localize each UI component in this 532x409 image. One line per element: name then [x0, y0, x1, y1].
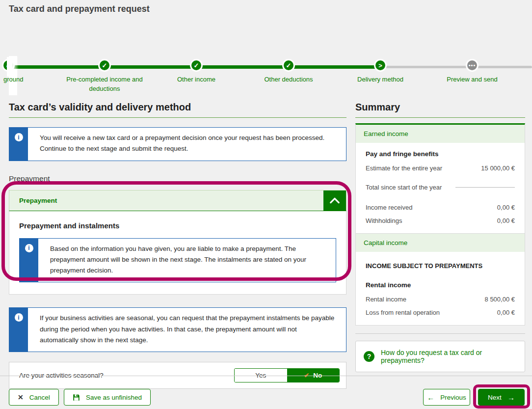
step-label: Other deductions — [239, 75, 338, 84]
summary-sidebar: Summary Earned income Pay and fringe ben… — [355, 102, 525, 372]
collapse-button[interactable] — [323, 191, 346, 211]
step-other-deductions[interactable]: ✓ Other deductions — [239, 54, 338, 84]
arrow-right-icon: → — [507, 394, 515, 401]
total-since-start-row: Total since start of the year — [366, 184, 515, 191]
pay-fringe-title: Pay and fringe benefits — [366, 150, 515, 158]
loss-rental-row: Loss from rental operation 0,00 € — [366, 309, 515, 316]
info-box-seasonal: i If your business activities are season… — [9, 307, 346, 352]
info-box-processing: i You will receive a new tax card or a p… — [9, 127, 346, 161]
prepayment-section-label: Prepayment — [9, 174, 346, 183]
info-icon: i — [15, 313, 23, 322]
step-background[interactable]: ✓ ground — [1, 54, 40, 84]
tax-card-prepayment-page: Tax card and prepayment request ✓ ground… — [0, 0, 532, 409]
info-text: You will receive a new tax card or a pre… — [28, 128, 346, 161]
question-mark-icon: ? — [364, 351, 374, 362]
previous-button[interactable]: ← Previous — [423, 389, 470, 406]
loss-rental-value: 0,00 € — [497, 309, 515, 316]
accordion-title: Prepayment — [9, 191, 323, 211]
step-completed-check-icon[interactable]: ✓ — [2, 59, 15, 72]
capital-income-header: Capital income — [356, 233, 525, 252]
estimate-row: Estimate for the entire year 15 000,00 € — [366, 164, 515, 172]
info-box-prepayment: i Based on the information you have give… — [19, 238, 336, 283]
summary-title: Summary — [355, 102, 525, 118]
info-text: Based on the information you have given,… — [38, 239, 336, 282]
chevron-up-icon — [329, 196, 340, 204]
capital-income-body: INCOME SUBJECT TO PREPAYMENTS Rental inc… — [356, 252, 525, 325]
income-subject-title: INCOME SUBJECT TO PREPAYMENTS — [366, 262, 515, 270]
earned-income-header: Earned income — [356, 125, 525, 143]
main-content: Tax card’s validity and delivery method … — [9, 102, 346, 389]
close-icon: ✕ — [18, 393, 24, 401]
step-label: Other income — [147, 75, 245, 84]
step-completed-check-icon[interactable]: ✓ — [98, 59, 111, 72]
step-upcoming-ellipsis-icon: ••• — [466, 59, 479, 72]
step-label: Delivery method — [331, 75, 429, 84]
total-divider-line — [455, 187, 515, 188]
prepayment-accordion-body: Prepayment and instalments i Based on th… — [9, 211, 346, 295]
withholdings-value: 0,00 € — [497, 217, 515, 224]
step-label: ground — [1, 75, 40, 84]
step-delivery-method[interactable]: > Delivery method — [331, 54, 429, 84]
save-icon — [73, 394, 80, 401]
withholdings-row: Withholdings 0,00 € — [366, 217, 515, 224]
info-icon: i — [15, 133, 23, 141]
next-button[interactable]: Next → — [478, 389, 525, 406]
rental-income-title: Rental income — [366, 281, 515, 289]
help-link-box[interactable]: ? How do you request a tax card or prepa… — [355, 341, 525, 372]
step-other-income[interactable]: ✓ Other income — [147, 54, 245, 84]
info-icon: i — [25, 244, 33, 252]
sidebar-divider — [355, 333, 525, 334]
rental-income-row: Rental income 8 500,00 € — [366, 296, 515, 303]
step-current-chevron-icon[interactable]: > — [374, 59, 387, 72]
prepayment-accordion: Prepayment Prepayment and instalments i … — [9, 190, 346, 295]
step-completed-check-icon[interactable]: ✓ — [282, 59, 295, 72]
info-text: If your business activities are seasonal… — [28, 308, 346, 352]
help-link-text[interactable]: How do you request a tax card or prepaym… — [381, 349, 517, 364]
save-as-unfinished-button[interactable]: Save as unfinished — [64, 389, 151, 406]
step-completed-check-icon[interactable]: ✓ — [190, 59, 203, 72]
step-label: Pre-completed income and deductions — [55, 75, 154, 94]
summary-panel: Earned income Pay and fringe benefits Es… — [355, 123, 525, 326]
progress-stepper: ✓ ground ✓ Pre-completed income and dedu… — [0, 54, 532, 98]
footer-action-bar: ✕ Cancel Save as unfinished ← Previous N… — [0, 376, 532, 409]
prepayment-accordion-header[interactable]: Prepayment — [9, 190, 346, 211]
earned-income-body: Pay and fringe benefits Estimate for the… — [356, 143, 525, 233]
cancel-button[interactable]: ✕ Cancel — [9, 389, 59, 406]
income-received-value: 0,00 € — [497, 204, 515, 211]
step-preview-and-send: ••• Preview and send — [423, 54, 521, 84]
step-precompleted-income[interactable]: ✓ Pre-completed income and deductions — [55, 54, 154, 94]
arrow-left-icon: ← — [427, 394, 434, 401]
income-received-row: Income received 0,00 € — [366, 204, 515, 211]
section-title: Tax card’s validity and delivery method — [9, 102, 346, 118]
page-title: Tax card and prepayment request — [9, 4, 150, 14]
accordion-subheading: Prepayment and instalments — [19, 221, 336, 230]
estimate-value: 15 000,00 € — [481, 164, 515, 172]
rental-income-value: 8 500,00 € — [485, 296, 515, 303]
step-label: Preview and send — [423, 75, 521, 84]
